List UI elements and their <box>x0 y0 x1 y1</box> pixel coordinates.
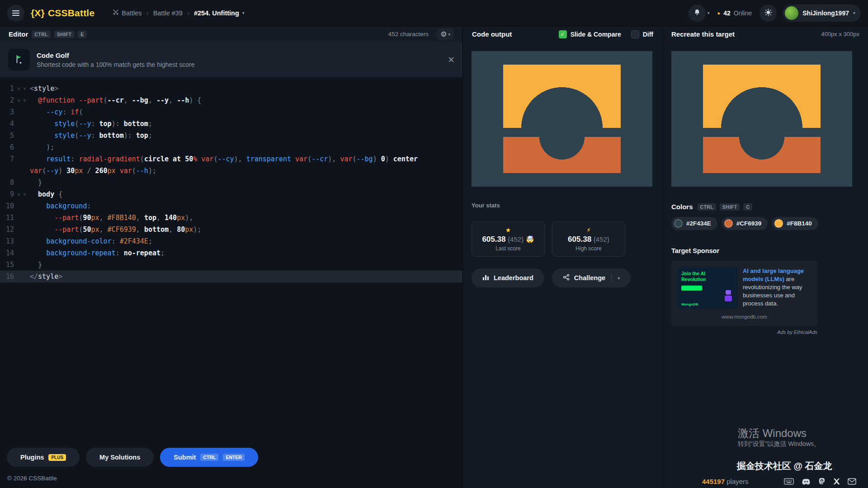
share-icon <box>563 274 570 282</box>
code-line[interactable]: 10 background: <box>0 200 462 212</box>
your-stats-label: Your stats <box>472 202 653 209</box>
code-line[interactable]: 8 } <box>0 177 462 188</box>
top-navbar: {X} CSSBattle Battles › Battle #39 › #25… <box>0 0 868 26</box>
breadcrumb-battles[interactable]: Battles <box>113 9 142 17</box>
leaderboard-button[interactable]: Leaderboard <box>472 268 544 287</box>
menu-button[interactable] <box>7 5 24 22</box>
swords-icon <box>113 9 119 17</box>
keycap-shift: SHIFT <box>54 31 74 38</box>
bolt-icon: ⚡ <box>562 227 615 233</box>
code-line[interactable]: 11 --part(90px, #F8B140, top, 140px), <box>0 212 462 224</box>
target-title-label: #254. Unfitting <box>194 9 239 17</box>
theme-toggle-button[interactable] <box>760 5 777 22</box>
last-score-card: ★ 605.38 {452} 🤯 Last score <box>472 221 545 257</box>
challenge-button[interactable]: Challenge ▾ <box>552 268 631 287</box>
color-hex: #F8B140 <box>787 220 812 227</box>
ads-by-label[interactable]: Ads by EthicalAds <box>671 329 817 335</box>
golf-subtitle: Shortest code with a 100% match gets the… <box>37 61 194 68</box>
code-line[interactable]: 6 ); <box>0 141 462 153</box>
color-chip[interactable]: #F8B140 <box>772 217 818 230</box>
code-line[interactable]: 14 background-repeat: no-repeat; <box>0 247 462 259</box>
main-content: Editor CTRL SHIFT E 452 characters ⚙ ▾ C… <box>0 26 868 488</box>
online-indicator: ● 42 Online <box>717 9 752 17</box>
code-editor[interactable]: 1∨ ∨<style>2∨ ∨ @function --part(--cr, -… <box>0 77 462 442</box>
code-line[interactable]: 3 --cy: if( <box>0 106 462 118</box>
bell-button[interactable] <box>689 5 706 22</box>
ad-highlight-link[interactable]: AI and large language models (LLMs) <box>743 267 804 282</box>
target-panel: Recreate this target 400px x 300px Color… <box>662 26 868 488</box>
slide-compare-toggle[interactable]: ✓ Slide & Compare <box>559 30 621 38</box>
code-line[interactable]: 13 background-color: #2F434E; <box>0 235 462 247</box>
mail-icon[interactable] <box>848 478 856 485</box>
colors-label: Colors <box>671 203 693 211</box>
high-score-label: High score <box>562 245 615 252</box>
notifications-button[interactable]: ▾ <box>689 5 710 22</box>
divider <box>611 274 612 282</box>
checkbox-checked-icon[interactable]: ✓ <box>559 30 567 38</box>
plugins-label: Plugins <box>20 454 44 461</box>
checkbox-unchecked-icon[interactable] <box>631 30 639 38</box>
editor-title: Editor <box>9 30 28 38</box>
sponsor-ad-text[interactable]: AI and large language models (LLMs) are … <box>743 267 811 309</box>
mastodon-icon[interactable] <box>818 478 826 485</box>
golf-banner-text: Code Golf Shortest code with a 100% matc… <box>37 52 194 68</box>
character-count: 452 characters <box>388 31 429 38</box>
ad-image-brand: MongoDB <box>681 302 698 306</box>
sponsor-ad-card[interactable]: Join the AI Revolution MongoDB AI and la… <box>671 261 817 326</box>
logo-text: CSSBattle <box>48 8 94 19</box>
target-image[interactable] <box>671 51 852 187</box>
code-line[interactable]: 5 style(--y: bottom): top; <box>0 130 462 141</box>
code-line[interactable]: 2∨ ∨ @function --part(--cr, --bg, --y, -… <box>0 94 462 106</box>
output-body: Your stats ★ 605.38 {452} 🤯 Last score ⚡ <box>463 42 662 287</box>
editor-settings-button[interactable]: ⚙ ▾ <box>437 28 454 40</box>
sun-icon <box>764 9 772 18</box>
bar-chart-icon <box>482 274 489 282</box>
code-line[interactable]: 9∨ ∨ body { <box>0 188 462 200</box>
sponsor-url[interactable]: www.mongodb.com <box>678 314 811 319</box>
avatar <box>785 6 798 20</box>
code-line[interactable]: 7 result: radial-gradient(circle at 50% … <box>0 153 462 165</box>
keycap-e: E <box>78 31 86 38</box>
breadcrumb: Battles › Battle #39 › #254. Unfitting ▾ <box>113 9 245 17</box>
chevron-down-icon[interactable]: ▾ <box>618 276 620 281</box>
output-header: Code output ✓ Slide & Compare Diff <box>463 26 662 42</box>
code-line[interactable]: 1∨ ∨<style> <box>0 83 462 94</box>
submit-label: Submit <box>174 454 196 461</box>
site-footer: 445197 players <box>702 478 856 485</box>
diff-toggle[interactable]: Diff <box>631 30 653 38</box>
user-menu[interactable]: ShiJinlong1997 ▾ <box>783 5 861 22</box>
keyboard-shortcuts-icon[interactable] <box>784 478 794 485</box>
sponsor-ad-image[interactable]: Join the AI Revolution MongoDB <box>678 267 737 309</box>
star-icon: ★ <box>482 227 534 233</box>
plugins-button[interactable]: Plugins PLUS <box>7 448 80 467</box>
code-golf-banner: Code Golf Shortest code with a 100% matc… <box>0 42 462 77</box>
breadcrumb-current-target[interactable]: #254. Unfitting ▾ <box>194 9 245 17</box>
code-line[interactable]: 12 --part(50px, #CF6939, bottom, 80px); <box>0 224 462 235</box>
code-line[interactable]: var(--y) 30px / 260px var(--h); <box>0 165 462 177</box>
x-twitter-icon[interactable] <box>833 478 840 485</box>
code-line[interactable]: 15 } <box>0 259 462 271</box>
app-logo[interactable]: {X} CSSBattle <box>31 8 94 19</box>
color-chip[interactable]: #2F434E <box>671 217 717 230</box>
gear-icon: ⚙ <box>440 30 447 38</box>
output-actions: Leaderboard Challenge ▾ <box>472 268 653 287</box>
code-line[interactable]: 16</style> <box>0 271 462 282</box>
color-chip[interactable]: #CF6939 <box>722 217 768 230</box>
code-line[interactable]: 4 style(--y: top): bottom; <box>0 118 462 130</box>
discord-icon[interactable] <box>802 478 811 485</box>
submit-button[interactable]: Submit CTRL ENTER <box>160 448 258 467</box>
navbar-right: ▾ ● 42 Online ShiJinlong1997 ▾ <box>689 5 861 22</box>
golf-title: Code Golf <box>37 52 194 59</box>
close-icon[interactable]: × <box>448 54 454 65</box>
breadcrumb-battle-39[interactable]: Battle #39 <box>153 9 183 17</box>
keycap-ctrl: CTRL <box>32 31 51 38</box>
target-sponsor-label: Target Sponsor <box>671 247 859 254</box>
my-solutions-button[interactable]: My Solutions <box>86 448 154 467</box>
editor-header: Editor CTRL SHIFT E 452 characters ⚙ ▾ <box>0 26 462 42</box>
target-header: Recreate this target 400px x 300px <box>663 26 868 42</box>
hamburger-icon <box>12 9 19 17</box>
last-score-chars: {452} <box>508 235 524 243</box>
windows-activation-watermark: 激活 Windows <box>738 426 807 441</box>
robot-illustration <box>725 290 732 302</box>
code-output-render[interactable] <box>472 51 652 187</box>
